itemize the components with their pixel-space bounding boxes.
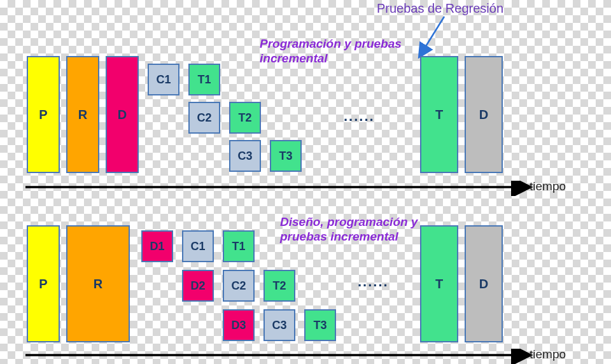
block-C2-1: C2 [188,102,220,134]
time-label-2: tiempo [530,347,566,361]
caption-incremental-2: Diseño, programación y pruebas increment… [280,215,426,244]
dots-2: ...... [358,274,389,290]
block-T2-1: T2 [229,102,261,134]
block-D3-2: D3 [223,309,255,341]
regression-title: Pruebas de Regresión [377,1,503,16]
time-label-1: tiempo [530,179,566,193]
block-T2-2: T2 [263,270,295,302]
caption-incremental-1: Programación y pruebas incremental [260,37,406,66]
block-T-final-2: T [420,225,458,342]
block-C2-2: C2 [223,270,255,302]
block-P-2: P [27,225,60,342]
regression-arrow [412,15,451,59]
block-T1-2: T1 [223,230,255,262]
block-C3-2: C3 [263,309,295,341]
block-R-2: R [66,225,130,342]
timeline-1 [25,181,535,196]
svg-line-0 [421,17,444,53]
block-C1-1: C1 [148,64,179,95]
block-T-final-1: T [420,56,458,173]
timeline-2 [25,349,535,364]
block-D-1: D [106,56,139,173]
block-D1-2: D1 [141,230,173,262]
dots-1: ...... [344,108,375,125]
block-D-final-1: D [465,56,503,173]
block-D-final-2: D [465,225,503,342]
block-C1-2: C1 [182,230,214,262]
block-R-1: R [66,56,99,173]
block-T3-1: T3 [270,140,302,172]
block-P-1: P [27,56,60,173]
block-T1-1: T1 [188,64,220,95]
block-T3-2: T3 [304,309,336,341]
block-D2-2: D2 [182,270,214,302]
block-C3-1: C3 [229,140,261,172]
